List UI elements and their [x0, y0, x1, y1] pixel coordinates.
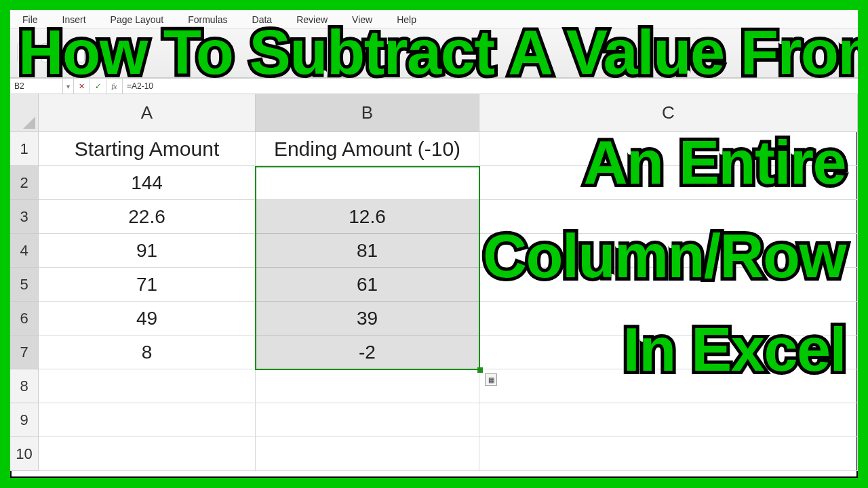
- cell-B3[interactable]: 12.6: [256, 200, 479, 234]
- cell-A3[interactable]: 22.6: [39, 200, 256, 234]
- name-box[interactable]: B2: [10, 79, 63, 94]
- row-header[interactable]: 9: [10, 403, 39, 437]
- cell-B9[interactable]: [256, 403, 479, 437]
- cell-A7[interactable]: 8: [39, 336, 256, 369]
- menu-insert[interactable]: Insert: [62, 14, 86, 25]
- row-header[interactable]: 2: [10, 166, 39, 200]
- cell-C5[interactable]: [479, 268, 858, 302]
- cell-A8[interactable]: [39, 369, 256, 403]
- spreadsheet-grid: 1 Starting Amount Ending Amount (-10) 2 …: [10, 132, 858, 471]
- row-header[interactable]: 6: [10, 302, 39, 336]
- cell-C6[interactable]: [479, 302, 858, 336]
- cell-A4[interactable]: 91: [39, 234, 256, 268]
- cell-A9[interactable]: [39, 403, 256, 437]
- cell-C1[interactable]: [479, 132, 858, 166]
- cell-B8[interactable]: [256, 369, 479, 403]
- toolbar-button[interactable]: [41, 43, 60, 62]
- menu-formulas[interactable]: Formulas: [188, 14, 227, 25]
- cell-B4[interactable]: 81: [256, 234, 479, 268]
- cell-C10[interactable]: [479, 437, 858, 471]
- menu-data[interactable]: Data: [252, 14, 273, 25]
- cell-C3[interactable]: [479, 200, 858, 234]
- formula-bar: B2 ▾ ✕ ✓ fx =A2-10: [10, 78, 858, 94]
- toolbar-button[interactable]: [66, 43, 85, 62]
- menu-bar: File Insert Page Layout Formulas Data Re…: [10, 10, 858, 28]
- row-header[interactable]: 10: [10, 437, 39, 471]
- cell-C2[interactable]: [479, 166, 858, 200]
- menu-page-layout[interactable]: Page Layout: [111, 14, 164, 25]
- cell-A6[interactable]: 49: [39, 302, 256, 336]
- toolbar-button[interactable]: [90, 43, 109, 62]
- cell-B6[interactable]: 39: [256, 302, 479, 336]
- cell-C4[interactable]: [479, 234, 858, 268]
- row-header[interactable]: 1: [10, 132, 39, 166]
- menu-file[interactable]: File: [22, 14, 38, 25]
- cell-C7[interactable]: [479, 336, 858, 369]
- cell-B2[interactable]: 134: [256, 166, 479, 200]
- cell-B10[interactable]: [256, 437, 479, 471]
- row-header[interactable]: 3: [10, 200, 39, 234]
- cell-C8[interactable]: [479, 369, 858, 403]
- cell-A10[interactable]: [39, 437, 256, 471]
- app-frame: File Insert Page Layout Formulas Data Re…: [10, 10, 858, 478]
- column-header-B[interactable]: B: [256, 94, 479, 131]
- row-header[interactable]: 5: [10, 268, 39, 302]
- cell-B7[interactable]: -2: [256, 336, 479, 369]
- fx-icon[interactable]: fx: [106, 79, 123, 94]
- column-header-C[interactable]: C: [479, 94, 858, 131]
- ribbon-toolbar: [10, 28, 858, 78]
- cancel-icon[interactable]: ✕: [74, 79, 90, 94]
- select-all-corner[interactable]: [10, 94, 39, 131]
- row-header[interactable]: 7: [10, 336, 39, 369]
- menu-view[interactable]: View: [352, 14, 372, 25]
- cell-A1[interactable]: Starting Amount: [39, 132, 256, 166]
- menu-help[interactable]: Help: [397, 14, 416, 25]
- autofill-options-button[interactable]: ▦: [485, 373, 497, 386]
- menu-review[interactable]: Review: [296, 14, 328, 25]
- row-header[interactable]: 8: [10, 369, 39, 403]
- cell-B5[interactable]: 61: [256, 268, 479, 302]
- cell-B1[interactable]: Ending Amount (-10): [256, 132, 479, 166]
- cell-A2[interactable]: 144: [39, 166, 256, 200]
- row-header[interactable]: 4: [10, 234, 39, 268]
- column-headers: A B C: [10, 94, 858, 132]
- toolbar-button[interactable]: [17, 43, 36, 62]
- name-box-dropdown-icon[interactable]: ▾: [63, 79, 74, 94]
- enter-icon[interactable]: ✓: [90, 79, 106, 94]
- cell-C9[interactable]: [479, 403, 858, 437]
- cell-A5[interactable]: 71: [39, 268, 256, 302]
- formula-input[interactable]: =A2-10: [123, 79, 858, 94]
- column-header-A[interactable]: A: [39, 94, 256, 131]
